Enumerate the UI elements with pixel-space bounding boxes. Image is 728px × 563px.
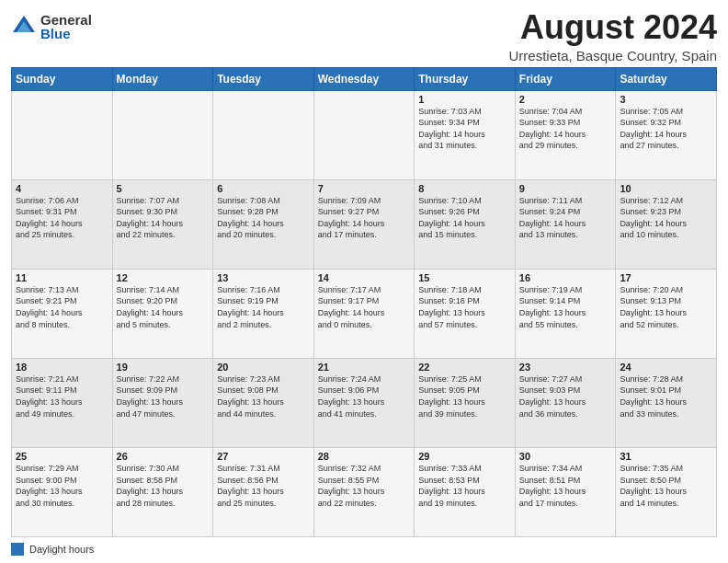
cell-info: Sunrise: 7:28 AMSunset: 9:01 PMDaylight:… [620, 373, 712, 419]
day-number: 24 [620, 362, 712, 373]
day-number: 6 [217, 183, 310, 194]
day-number: 18 [16, 362, 108, 373]
cell-info: Sunrise: 7:04 AMSunset: 9:33 PMDaylight:… [519, 106, 612, 152]
cell-info: Sunrise: 7:08 AMSunset: 9:28 PMDaylight:… [217, 195, 310, 241]
calendar-cell: 28Sunrise: 7:32 AMSunset: 8:55 PMDayligh… [313, 447, 415, 536]
calendar-body: 1Sunrise: 7:03 AMSunset: 9:34 PMDaylight… [12, 90, 717, 536]
logo-text: General Blue [40, 13, 92, 40]
day-number: 25 [16, 451, 108, 462]
calendar-cell: 17Sunrise: 7:20 AMSunset: 9:13 PMDayligh… [616, 269, 717, 358]
calendar-cell: 20Sunrise: 7:23 AMSunset: 9:08 PMDayligh… [213, 358, 314, 447]
day-number: 17 [620, 272, 712, 283]
calendar-cell: 11Sunrise: 7:13 AMSunset: 9:21 PMDayligh… [12, 269, 113, 358]
calendar-week-row: 18Sunrise: 7:21 AMSunset: 9:11 PMDayligh… [12, 358, 717, 447]
calendar-cell: 29Sunrise: 7:33 AMSunset: 8:53 PMDayligh… [415, 447, 516, 536]
cell-info: Sunrise: 7:35 AMSunset: 8:50 PMDaylight:… [620, 463, 712, 509]
logo-general: General [40, 13, 92, 27]
cell-info: Sunrise: 7:34 AMSunset: 8:51 PMDaylight:… [519, 463, 612, 509]
calendar-cell: 19Sunrise: 7:22 AMSunset: 9:09 PMDayligh… [112, 358, 213, 447]
cell-info: Sunrise: 7:29 AMSunset: 9:00 PMDaylight:… [16, 463, 108, 509]
cell-info: Sunrise: 7:14 AMSunset: 9:20 PMDaylight:… [117, 284, 210, 330]
weekday-header: Monday [112, 67, 213, 90]
calendar-cell: 3Sunrise: 7:05 AMSunset: 9:32 PMDaylight… [616, 90, 717, 179]
cell-info: Sunrise: 7:07 AMSunset: 9:30 PMDaylight:… [117, 195, 210, 241]
calendar-cell: 6Sunrise: 7:08 AMSunset: 9:28 PMDaylight… [213, 179, 314, 269]
day-number: 13 [217, 272, 310, 283]
day-number: 8 [418, 183, 511, 194]
cell-info: Sunrise: 7:16 AMSunset: 9:19 PMDaylight:… [217, 284, 310, 330]
calendar-cell: 23Sunrise: 7:27 AMSunset: 9:03 PMDayligh… [515, 358, 616, 447]
day-number: 3 [620, 94, 712, 105]
calendar-cell: 12Sunrise: 7:14 AMSunset: 9:20 PMDayligh… [112, 269, 213, 358]
calendar-header-row: SundayMondayTuesdayWednesdayThursdayFrid… [12, 67, 717, 90]
legend-box [11, 543, 24, 556]
cell-info: Sunrise: 7:03 AMSunset: 9:34 PMDaylight:… [418, 106, 511, 152]
day-number: 7 [318, 183, 411, 194]
calendar-week-row: 11Sunrise: 7:13 AMSunset: 9:21 PMDayligh… [12, 269, 717, 358]
calendar-cell: 8Sunrise: 7:10 AMSunset: 9:26 PMDaylight… [415, 179, 516, 269]
weekday-header: Tuesday [213, 67, 314, 90]
day-number: 9 [519, 183, 612, 194]
cell-info: Sunrise: 7:27 AMSunset: 9:03 PMDaylight:… [519, 373, 612, 419]
footer: Daylight hours [11, 541, 717, 556]
day-number: 30 [519, 451, 612, 462]
logo-icon [11, 14, 37, 40]
cell-info: Sunrise: 7:09 AMSunset: 9:27 PMDaylight:… [318, 195, 411, 241]
logo-blue: Blue [40, 27, 92, 40]
calendar-cell: 9Sunrise: 7:11 AMSunset: 9:24 PMDaylight… [515, 179, 616, 269]
calendar-cell: 7Sunrise: 7:09 AMSunset: 9:27 PMDaylight… [313, 179, 415, 269]
header-right: August 2024 Urrestieta, Basque Country, … [508, 9, 717, 63]
cell-info: Sunrise: 7:25 AMSunset: 9:05 PMDaylight:… [418, 373, 511, 419]
subtitle: Urrestieta, Basque Country, Spain [508, 48, 717, 63]
day-number: 10 [620, 183, 712, 194]
day-number: 2 [519, 94, 612, 105]
calendar-cell: 21Sunrise: 7:24 AMSunset: 9:06 PMDayligh… [313, 358, 415, 447]
cell-info: Sunrise: 7:18 AMSunset: 9:16 PMDaylight:… [418, 284, 511, 330]
calendar-week-row: 4Sunrise: 7:06 AMSunset: 9:31 PMDaylight… [12, 179, 717, 269]
cell-info: Sunrise: 7:32 AMSunset: 8:55 PMDaylight:… [318, 463, 411, 509]
calendar-cell: 14Sunrise: 7:17 AMSunset: 9:17 PMDayligh… [313, 269, 415, 358]
calendar-cell: 24Sunrise: 7:28 AMSunset: 9:01 PMDayligh… [616, 358, 717, 447]
calendar-cell [112, 90, 213, 179]
cell-info: Sunrise: 7:17 AMSunset: 9:17 PMDaylight:… [318, 284, 411, 330]
legend-text: Daylight hours [29, 544, 94, 555]
cell-info: Sunrise: 7:20 AMSunset: 9:13 PMDaylight:… [620, 284, 712, 330]
day-number: 23 [519, 362, 612, 373]
cell-info: Sunrise: 7:31 AMSunset: 8:56 PMDaylight:… [217, 463, 310, 509]
calendar-cell [313, 90, 415, 179]
weekday-header: Friday [515, 67, 616, 90]
day-number: 20 [217, 362, 310, 373]
cell-info: Sunrise: 7:19 AMSunset: 9:14 PMDaylight:… [519, 284, 612, 330]
calendar-cell [12, 90, 113, 179]
calendar-cell: 10Sunrise: 7:12 AMSunset: 9:23 PMDayligh… [616, 179, 717, 269]
calendar-cell: 13Sunrise: 7:16 AMSunset: 9:19 PMDayligh… [213, 269, 314, 358]
weekday-header: Saturday [616, 67, 717, 90]
day-number: 14 [318, 272, 411, 283]
calendar-cell: 2Sunrise: 7:04 AMSunset: 9:33 PMDaylight… [515, 90, 616, 179]
calendar-cell: 15Sunrise: 7:18 AMSunset: 9:16 PMDayligh… [415, 269, 516, 358]
calendar-cell: 27Sunrise: 7:31 AMSunset: 8:56 PMDayligh… [213, 447, 314, 536]
calendar-week-row: 25Sunrise: 7:29 AMSunset: 9:00 PMDayligh… [12, 447, 717, 536]
calendar-week-row: 1Sunrise: 7:03 AMSunset: 9:34 PMDaylight… [12, 90, 717, 179]
cell-info: Sunrise: 7:24 AMSunset: 9:06 PMDaylight:… [318, 373, 411, 419]
day-number: 22 [418, 362, 511, 373]
cell-info: Sunrise: 7:21 AMSunset: 9:11 PMDaylight:… [16, 373, 108, 419]
page: General Blue August 2024 Urrestieta, Bas… [0, 0, 728, 563]
day-number: 4 [16, 183, 108, 194]
calendar-cell: 16Sunrise: 7:19 AMSunset: 9:14 PMDayligh… [515, 269, 616, 358]
day-number: 5 [117, 183, 210, 194]
cell-info: Sunrise: 7:06 AMSunset: 9:31 PMDaylight:… [16, 195, 108, 241]
cell-info: Sunrise: 7:12 AMSunset: 9:23 PMDaylight:… [620, 195, 712, 241]
day-number: 16 [519, 272, 612, 283]
day-number: 19 [117, 362, 210, 373]
day-number: 27 [217, 451, 310, 462]
calendar-cell: 22Sunrise: 7:25 AMSunset: 9:05 PMDayligh… [415, 358, 516, 447]
calendar-cell: 4Sunrise: 7:06 AMSunset: 9:31 PMDaylight… [12, 179, 113, 269]
calendar-cell: 31Sunrise: 7:35 AMSunset: 8:50 PMDayligh… [616, 447, 717, 536]
calendar-cell: 5Sunrise: 7:07 AMSunset: 9:30 PMDaylight… [112, 179, 213, 269]
day-number: 15 [418, 272, 511, 283]
cell-info: Sunrise: 7:13 AMSunset: 9:21 PMDaylight:… [16, 284, 108, 330]
main-title: August 2024 [508, 9, 717, 46]
weekday-header: Sunday [12, 67, 113, 90]
calendar-cell: 18Sunrise: 7:21 AMSunset: 9:11 PMDayligh… [12, 358, 113, 447]
